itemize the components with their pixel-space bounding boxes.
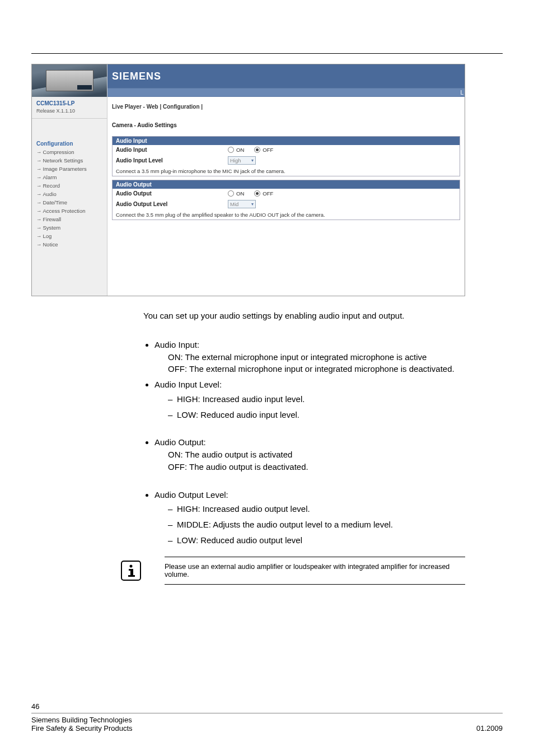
nav-block: Configuration →Compression →Network Sett… [32, 138, 107, 251]
text-input-high: HIGH: Increased audio input level. [168, 393, 465, 405]
bullet-audio-output: Audio Output: [154, 437, 206, 447]
nav-item-image[interactable]: →Image Parameters [36, 165, 102, 173]
page-number: 46 [31, 702, 503, 711]
svg-point-0 [130, 564, 133, 567]
svg-rect-3 [128, 575, 135, 577]
doc-intro: You can set up your audio settings by en… [143, 310, 465, 322]
doc-body: You can set up your audio settings by en… [31, 310, 465, 547]
text-audio-input-on: ON: The external microphone input or int… [168, 351, 465, 363]
nav-item-datetime[interactable]: →Date/Time [36, 198, 102, 207]
page-footer: 46 Siemens Building Technologies Fire Sa… [31, 702, 503, 732]
nav-item-alarm[interactable]: →Alarm [36, 173, 102, 181]
brand-sub-bar: L [107, 88, 465, 97]
brand-bar: SIEMENS [107, 64, 465, 88]
text-output-mid: MIDDLE: Adjusts the audio output level t… [168, 519, 465, 531]
select-audio-output-level[interactable]: Mid▾ [228, 200, 256, 208]
radio-audio-output-off[interactable] [254, 190, 260, 197]
row-audio-output-label: Audio Output [116, 190, 228, 197]
release-label: Release X.1.1.10 [32, 108, 107, 119]
section-title: Camera - Audio Settings [112, 122, 460, 128]
camera-thumb [32, 64, 107, 97]
panel-head-input: Audio Input [113, 137, 460, 145]
select-audio-input-level[interactable]: High▾ [228, 156, 256, 165]
nav-item-notice[interactable]: →Notice [36, 240, 102, 249]
text-input-low: LOW: Reduced audio input level. [168, 409, 465, 421]
nav-item-system[interactable]: →System [36, 223, 102, 232]
nav-item-network[interactable]: →Network Settings [36, 156, 102, 165]
bullet-audio-input: Audio Input: [154, 340, 199, 349]
panel-audio-output: Audio Output Audio Output ON OFF Audio O… [112, 180, 460, 220]
panel-audio-input: Audio Input Audio Input ON OFF Audio Inp… [112, 136, 460, 176]
nav-item-access[interactable]: →Access Protection [36, 207, 102, 215]
row-audio-input-level-label: Audio Input Level [116, 157, 228, 164]
radio-audio-input-on[interactable] [228, 147, 234, 153]
ui-sidebar: CCMC1315-LP Release X.1.1.10 Configurati… [32, 64, 107, 296]
text-audio-input-off: OFF: The external microphone input or in… [168, 363, 465, 375]
bullet-audio-input-level: Audio Input Level: [154, 380, 222, 389]
nav-item-audio[interactable]: →Audio [36, 190, 102, 198]
text-audio-output-off: OFF: The audio output is deactivated. [168, 461, 465, 473]
note-audio-input: Connect a 3.5 mm plug-in microphone to t… [113, 166, 460, 176]
nav-item-log[interactable]: →Log [36, 232, 102, 240]
note-audio-output: Connect the 3.5 mm plug of the amplified… [113, 210, 460, 220]
row-audio-output-level-label: Audio Output Level [116, 201, 228, 207]
nav-heading: Configuration [36, 141, 102, 147]
bullet-audio-output-level: Audio Output Level: [154, 490, 228, 500]
breadcrumb: Live Player - Web | Configuration | [107, 97, 465, 116]
text-output-low: LOW: Reduced audio output level [168, 534, 465, 547]
text-output-high: HIGH: Increased audio output level. [168, 503, 465, 515]
nav-item-compression[interactable]: →Compression [36, 148, 102, 156]
nav-item-firewall[interactable]: →Firewall [36, 215, 102, 223]
svg-rect-2 [130, 569, 133, 576]
radio-audio-input-off[interactable] [254, 147, 260, 153]
nav-item-record[interactable]: →Record [36, 181, 102, 190]
info-text: Please use an external audio amplifier o… [165, 563, 465, 578]
chevron-down-icon: ▾ [251, 158, 254, 163]
footer-date: 01.2009 [476, 724, 503, 732]
model-label: CCMC1315-LP [32, 97, 107, 108]
panel-head-output: Audio Output [113, 180, 460, 189]
chevron-down-icon: ▾ [251, 202, 254, 207]
row-audio-input-label: Audio Input [116, 147, 228, 153]
text-audio-output-on: ON: The audio output is activated [168, 449, 465, 461]
footer-company: Siemens Building Technologies [31, 716, 133, 724]
info-icon [121, 561, 141, 581]
embedded-ui: CCMC1315-LP Release X.1.1.10 Configurati… [31, 64, 465, 296]
radio-audio-output-on[interactable] [228, 190, 234, 197]
footer-division: Fire Safety & Security Products [31, 724, 133, 732]
